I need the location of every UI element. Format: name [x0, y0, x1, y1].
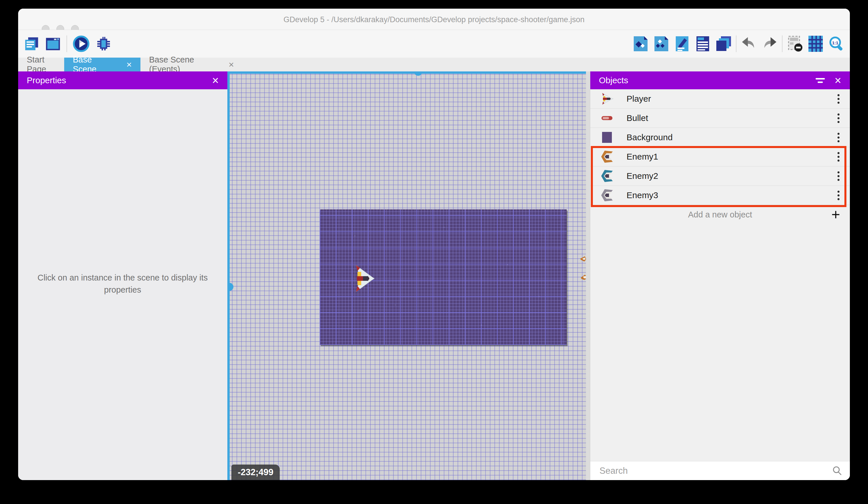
properties-empty-message: Click on an instance in the scene to dis…	[33, 272, 212, 296]
one-to-one-label: 1:1	[832, 40, 838, 45]
canvas-scrollbar-track	[586, 71, 590, 480]
search-icon	[832, 466, 843, 476]
redo-icon[interactable]	[761, 36, 778, 52]
object-menu-kebab-icon[interactable]	[836, 92, 841, 105]
selection-edge-left	[227, 71, 230, 480]
object-row-background[interactable]: Background	[590, 128, 850, 147]
filter-icon[interactable]	[816, 78, 825, 83]
cursor-coordinates-badge: -232;499	[231, 465, 280, 480]
object-row-bullet[interactable]: Bullet	[590, 109, 850, 128]
objects-search-bar	[590, 461, 850, 480]
tab-bar: Start Page Base Scene × Base Scene (Even…	[18, 58, 850, 71]
close-icon[interactable]: ×	[212, 74, 219, 86]
zoom-1-1-icon[interactable]: 1:1	[828, 36, 845, 52]
player-ship-instance[interactable]	[353, 264, 374, 293]
add-object-row: Add a new object +	[590, 205, 850, 224]
star-specks	[320, 209, 321, 211]
object-menu-kebab-icon[interactable]	[836, 189, 841, 202]
tab-close-icon[interactable]: ×	[228, 60, 234, 69]
object-name: Enemy1	[627, 152, 658, 162]
debug-icon[interactable]	[95, 36, 112, 52]
selection-edge-top	[227, 71, 586, 74]
properties-edit-icon[interactable]	[674, 36, 690, 52]
tab-start-page[interactable]: Start Page	[18, 58, 64, 71]
main-area: Properties × Click on an instance in the…	[18, 71, 850, 480]
toolbar-divider	[782, 36, 783, 52]
toolbar: 1:1	[18, 30, 850, 58]
clipped-enemy-instance[interactable]	[581, 274, 586, 281]
scene-editor-icon[interactable]	[45, 36, 61, 52]
selection-handle-left[interactable]	[227, 283, 234, 291]
object-row-enemy2[interactable]: Enemy2	[590, 167, 850, 186]
play-icon[interactable]	[73, 36, 90, 52]
object-menu-kebab-icon[interactable]	[836, 170, 841, 183]
properties-panel: Properties × Click on an instance in the…	[18, 71, 227, 480]
object-name: Player	[627, 94, 651, 104]
layers-icon[interactable]	[715, 36, 732, 52]
search-input[interactable]	[599, 465, 832, 476]
object-row-player[interactable]: Player	[590, 89, 850, 109]
clipped-enemy-instance[interactable]	[580, 256, 586, 262]
selection-handle-top[interactable]	[414, 71, 422, 76]
object-name: Background	[627, 132, 673, 142]
object-name: Enemy3	[627, 190, 658, 200]
player-ship-icon	[600, 92, 614, 106]
mask-icon[interactable]	[787, 36, 803, 52]
enemy3-ship-icon	[600, 188, 614, 202]
toolbar-divider	[66, 36, 67, 52]
grid-icon[interactable]	[807, 36, 824, 52]
object-row-enemy1[interactable]: Enemy1	[590, 147, 850, 167]
properties-panel-title: Properties	[27, 75, 66, 85]
objects-panel: Objects ×	[590, 71, 850, 480]
project-manager-icon[interactable]	[24, 36, 39, 52]
objects-editor-icon[interactable]	[632, 36, 649, 52]
objects-list: Player Bullet Background	[590, 89, 850, 205]
object-row-enemy3[interactable]: Enemy3	[590, 186, 850, 205]
properties-panel-header: Properties ×	[18, 71, 227, 89]
tab-close-icon[interactable]: ×	[126, 60, 132, 69]
objects-panel-title: Objects	[599, 75, 628, 85]
object-name: Bullet	[627, 113, 648, 123]
object-menu-kebab-icon[interactable]	[836, 112, 841, 125]
instances-list-icon[interactable]	[694, 36, 711, 52]
background-swatch-icon	[600, 130, 614, 144]
add-new-object-button[interactable]: Add a new object	[590, 210, 850, 220]
object-groups-icon[interactable]	[653, 36, 670, 52]
object-menu-kebab-icon[interactable]	[836, 131, 841, 144]
enemy1-ship-icon	[600, 150, 614, 164]
scene-canvas[interactable]: -232;499	[227, 71, 586, 480]
window-title: GDevelop 5 - /Users/dkarakay/Documents/G…	[18, 9, 850, 30]
tab-base-scene-events[interactable]: Base Scene (Events) ×	[141, 58, 242, 71]
tab-base-scene[interactable]: Base Scene ×	[64, 58, 141, 71]
plus-icon[interactable]: +	[831, 207, 840, 222]
undo-icon[interactable]	[741, 36, 757, 52]
object-name: Enemy2	[627, 171, 658, 181]
gdevelop-window: GDevelop 5 - /Users/dkarakay/Documents/G…	[18, 9, 850, 480]
bullet-icon	[600, 111, 614, 125]
close-icon[interactable]: ×	[835, 74, 841, 86]
titlebar: GDevelop 5 - /Users/dkarakay/Documents/G…	[18, 9, 850, 30]
enemy2-ship-icon	[600, 169, 614, 183]
toolbar-divider	[736, 36, 736, 52]
objects-panel-header: Objects ×	[590, 71, 850, 89]
object-menu-kebab-icon[interactable]	[836, 150, 841, 163]
